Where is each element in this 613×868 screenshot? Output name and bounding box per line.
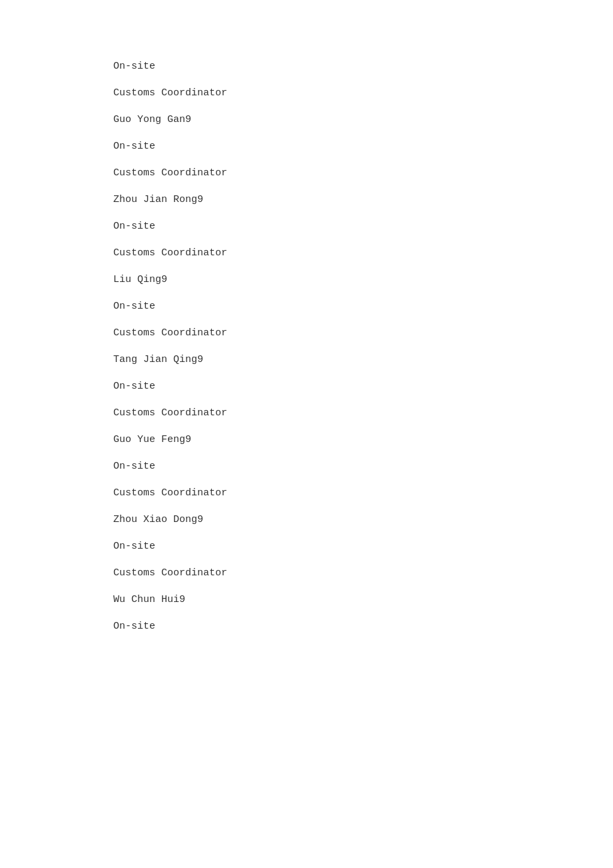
person-name: Liu Qing9 [113, 267, 613, 293]
status-label: On-site [113, 613, 613, 640]
status-label: On-site [113, 453, 613, 480]
person-name: Zhou Jian Rong9 [113, 187, 613, 213]
role-label: Customs Coordinator [113, 160, 613, 187]
role-label: Customs Coordinator [113, 480, 613, 507]
status-label: On-site [113, 373, 613, 400]
person-name: Guo Yue Feng9 [113, 427, 613, 453]
status-label: On-site [113, 533, 613, 560]
role-label: Customs Coordinator [113, 400, 613, 427]
list-item: On-siteCustoms CoordinatorGuo Yong Gan9 [113, 53, 613, 133]
list-item: On-siteCustoms CoordinatorTang Jian Qing… [113, 293, 613, 373]
person-name: Tang Jian Qing9 [113, 347, 613, 373]
list-item: On-siteCustoms CoordinatorLiu Qing9 [113, 213, 613, 293]
status-label: On-site [113, 293, 613, 320]
list-item: On-siteCustoms CoordinatorGuo Yue Feng9 [113, 373, 613, 453]
list-item: On-siteCustoms CoordinatorZhou Jian Rong… [113, 133, 613, 213]
list-item: On-siteCustoms CoordinatorZhou Xiao Dong… [113, 453, 613, 533]
status-label: On-site [113, 53, 613, 80]
status-label: On-site [113, 133, 613, 160]
role-label: Customs Coordinator [113, 80, 613, 107]
person-name: Wu Chun Hui9 [113, 587, 613, 613]
status-label: On-site [113, 213, 613, 240]
list-item: On-siteCustoms CoordinatorWu Chun Hui9 [113, 533, 613, 613]
role-label: Customs Coordinator [113, 320, 613, 347]
role-label: Customs Coordinator [113, 240, 613, 267]
person-name: Guo Yong Gan9 [113, 107, 613, 133]
list-item: On-site [113, 613, 613, 640]
role-label: Customs Coordinator [113, 560, 613, 587]
person-name: Zhou Xiao Dong9 [113, 507, 613, 533]
main-content: On-siteCustoms CoordinatorGuo Yong Gan9O… [0, 0, 613, 693]
